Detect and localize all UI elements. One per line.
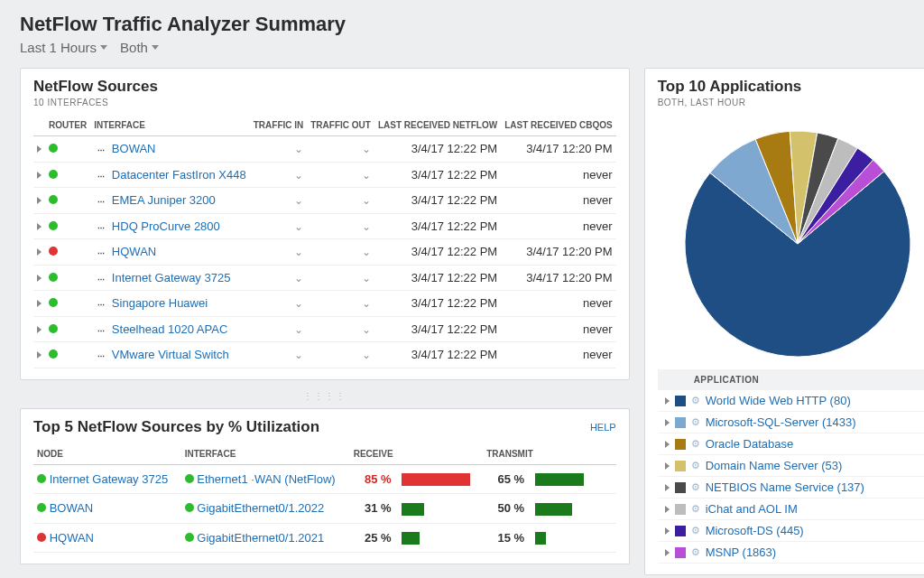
expand-icon[interactable] <box>37 326 42 333</box>
chevron-down-icon[interactable]: ⌄ <box>294 246 303 258</box>
chevron-down-icon[interactable]: ⌄ <box>362 297 371 310</box>
expand-icon[interactable] <box>37 248 42 256</box>
gear-icon[interactable]: ⚙ <box>691 546 700 558</box>
expand-icon[interactable] <box>665 397 670 405</box>
expand-icon[interactable] <box>665 527 670 535</box>
application-link[interactable]: World Wide Web HTTP (80) <box>706 394 851 407</box>
legend-item[interactable]: ⚙World Wide Web HTTP (80) <box>658 390 924 412</box>
col-last-cbqos[interactable]: LAST RECEIVED CBQOS <box>501 115 615 136</box>
application-link[interactable]: Domain Name Server (53) <box>706 459 843 472</box>
expand-icon[interactable] <box>37 300 42 307</box>
application-link[interactable]: NETBIOS Name Service (137) <box>706 480 864 494</box>
node-link[interactable]: BOWAN <box>50 501 94 515</box>
gear-icon[interactable]: ⚙ <box>691 503 700 515</box>
col-interface[interactable]: INTERFACE <box>181 443 350 465</box>
interface-link[interactable]: HQWAN <box>112 245 156 258</box>
table-row[interactable]: ⋯ HQWAN⌄⌄3/4/17 12:22 PM3/4/17 12:20 PM <box>33 239 616 266</box>
expand-icon[interactable] <box>37 145 42 153</box>
table-row[interactable]: ⋯ VMware Virtual Switch⌄⌄3/4/17 12:22 PM… <box>33 342 616 368</box>
interface-link[interactable]: Singapore Huawei <box>112 296 208 310</box>
chevron-down-icon[interactable]: ⌄ <box>362 143 371 155</box>
gear-icon[interactable]: ⚙ <box>691 525 700 536</box>
legend-item[interactable]: ⚙NETBIOS Name Service (137) <box>658 477 924 499</box>
expand-icon[interactable] <box>665 549 670 556</box>
table-row[interactable]: ⋯ Datacenter FastIron X448⌄⌄3/4/17 12:22… <box>33 162 616 188</box>
chevron-down-icon[interactable]: ⌄ <box>362 194 371 207</box>
interface-link[interactable]: GigabitEthernet0/1.2021 <box>197 531 324 545</box>
expand-icon[interactable] <box>665 484 670 491</box>
table-row[interactable]: ⋯ BOWAN⌄⌄3/4/17 12:22 PM3/4/17 12:20 PM <box>33 136 616 163</box>
col-router[interactable]: ROUTER <box>45 115 90 136</box>
chevron-down-icon[interactable]: ⌄ <box>294 349 303 361</box>
node-link[interactable]: Internet Gateway 3725 <box>50 472 169 486</box>
chevron-down-icon[interactable]: ⌄ <box>294 272 303 284</box>
gear-icon[interactable]: ⚙ <box>691 481 700 493</box>
legend-item[interactable]: ⚙MSNP (1863) <box>658 542 924 564</box>
node-link[interactable]: HQWAN <box>50 531 94 545</box>
application-link[interactable]: Microsoft-SQL-Server (1433) <box>706 415 856 429</box>
help-link[interactable]: HELP <box>590 422 616 433</box>
interface-link[interactable]: VMware Virtual Switch <box>112 348 229 361</box>
table-row[interactable]: BOWAN GigabitEthernet0/1.202231 %50 % <box>33 494 616 524</box>
resize-grip-icon[interactable]: ⋮⋮⋮⋮ <box>20 391 630 401</box>
application-link[interactable]: Oracle Database <box>706 437 794 451</box>
interface-link[interactable]: GigabitEthernet0/1.2022 <box>197 501 324 515</box>
chevron-down-icon[interactable]: ⌄ <box>362 349 371 361</box>
col-last-netflow[interactable]: LAST RECEIVED NETFLOW <box>374 115 501 136</box>
application-link[interactable]: MSNP (1863) <box>706 545 777 559</box>
col-interface[interactable]: INTERFACE <box>90 115 249 136</box>
chevron-down-icon[interactable]: ⌄ <box>294 143 303 155</box>
interface-link[interactable]: Internet Gateway 3725 <box>112 271 231 284</box>
interface-link[interactable]: Datacenter FastIron X448 <box>112 168 246 182</box>
gear-icon[interactable]: ⚙ <box>691 438 700 450</box>
interface-link[interactable]: BOWAN <box>112 142 156 155</box>
expand-icon[interactable] <box>665 506 670 513</box>
table-row[interactable]: ⋯ Steelhead 1020 APAC⌄⌄3/4/17 12:22 PMne… <box>33 316 616 342</box>
expand-icon[interactable] <box>665 419 670 426</box>
table-row[interactable]: ⋯ Singapore Huawei⌄⌄3/4/17 12:22 PMnever <box>33 291 616 317</box>
gear-icon[interactable]: ⚙ <box>691 395 700 406</box>
chevron-down-icon[interactable]: ⌄ <box>362 169 371 182</box>
application-link[interactable]: iChat and AOL IM <box>706 502 798 516</box>
application-link[interactable]: Microsoft-DS (445) <box>706 524 804 537</box>
interface-link[interactable]: HDQ ProCurve 2800 <box>112 219 220 233</box>
table-row[interactable]: HQWAN GigabitEthernet0/1.202125 %15 % <box>33 523 616 553</box>
chevron-down-icon[interactable]: ⌄ <box>294 297 303 310</box>
legend-item[interactable]: ⚙Microsoft-SQL-Server (1433) <box>658 412 924 434</box>
chevron-down-icon[interactable]: ⌄ <box>294 220 303 233</box>
chevron-down-icon[interactable]: ⌄ <box>294 194 303 207</box>
chevron-down-icon[interactable]: ⌄ <box>362 220 371 233</box>
legend-item[interactable]: ⚙Microsoft-DS (445) <box>658 520 924 542</box>
direction-filter[interactable]: Both <box>120 40 159 55</box>
expand-icon[interactable] <box>665 441 670 448</box>
col-receive[interactable]: RECEIVE <box>350 443 483 465</box>
interface-link[interactable]: EMEA Juniper 3200 <box>112 193 216 207</box>
expand-icon[interactable] <box>37 197 42 204</box>
col-traffic-in[interactable]: TRAFFIC IN <box>250 115 308 136</box>
table-row[interactable]: Internet Gateway 3725 Ethernet1 ·WAN (Ne… <box>33 464 616 494</box>
interface-link[interactable]: Ethernet1 ·WAN (NetFlow) <box>197 472 335 486</box>
chevron-down-icon[interactable]: ⌄ <box>294 169 303 182</box>
col-transmit[interactable]: TRANSMIT <box>483 443 615 465</box>
chevron-down-icon[interactable]: ⌄ <box>362 323 371 336</box>
col-traffic-out[interactable]: TRAFFIC OUT <box>307 115 374 136</box>
table-row[interactable]: ⋯ EMEA Juniper 3200⌄⌄3/4/17 12:22 PMneve… <box>33 188 616 214</box>
col-node[interactable]: NODE <box>33 443 181 465</box>
chevron-down-icon[interactable]: ⌄ <box>294 323 303 336</box>
table-row[interactable]: ⋯ Internet Gateway 3725⌄⌄3/4/17 12:22 PM… <box>33 265 616 291</box>
table-row[interactable]: ⋯ HDQ ProCurve 2800⌄⌄3/4/17 12:22 PMneve… <box>33 213 616 239</box>
expand-icon[interactable] <box>665 462 670 470</box>
chevron-down-icon[interactable]: ⌄ <box>362 272 371 284</box>
expand-icon[interactable] <box>37 172 42 179</box>
time-filter[interactable]: Last 1 Hours <box>20 40 107 55</box>
legend-item[interactable]: ⚙Domain Name Server (53) <box>658 455 924 477</box>
expand-icon[interactable] <box>37 351 42 359</box>
gear-icon[interactable]: ⚙ <box>691 416 700 428</box>
interface-link[interactable]: Steelhead 1020 APAC <box>112 322 227 336</box>
chevron-down-icon[interactable]: ⌄ <box>362 246 371 258</box>
legend-item[interactable]: ⚙iChat and AOL IM <box>658 499 924 520</box>
gear-icon[interactable]: ⚙ <box>691 460 700 471</box>
expand-icon[interactable] <box>37 223 42 230</box>
expand-icon[interactable] <box>37 275 42 282</box>
legend-item[interactable]: ⚙Oracle Database <box>658 434 924 455</box>
